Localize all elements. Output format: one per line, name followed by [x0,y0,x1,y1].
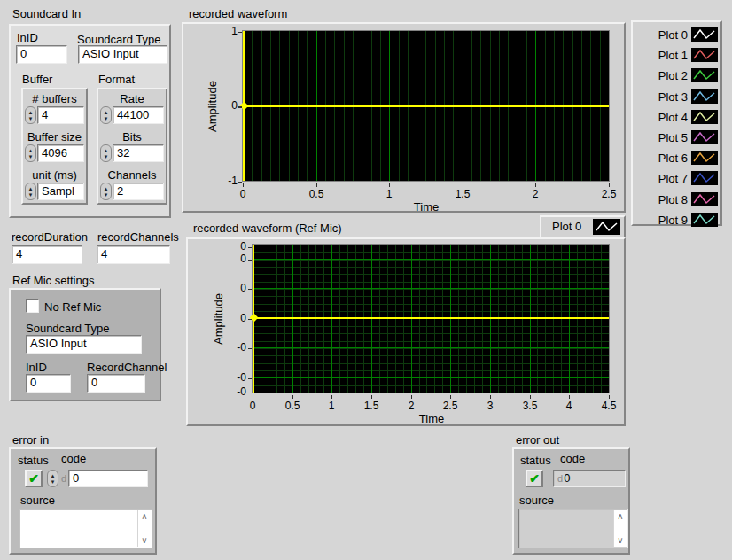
scroll-up-icon[interactable]: ∧ [138,511,151,522]
plot-line-icon [694,113,714,121]
scroll-up-icon[interactable]: ∧ [614,511,627,522]
num-buffers-field[interactable]: 4 [37,106,84,124]
graph2-xtick: 0.5 [275,400,310,412]
legend-item[interactable]: Plot 6 [636,150,720,167]
legend-item[interactable]: Plot 3 [636,89,720,106]
record-channels-label: recordChannels [97,230,179,244]
ref-inid-field[interactable]: 0 [26,374,71,393]
decrement-icon[interactable]: ▾ [105,153,108,159]
legend-swatch[interactable] [691,89,718,104]
graph2-ytick-marks [248,260,252,384]
legend-label: Plot 1 [638,49,688,62]
legend-swatch[interactable] [691,130,718,144]
graph2-legend[interactable]: Plot 0 [540,215,626,238]
unit-label: unit (ms) [23,168,86,182]
channels-label: Channels [98,168,166,182]
graph1-title: recorded waveform [189,7,287,20]
legend-item[interactable]: Plot 8 [636,191,720,209]
record-duration-field[interactable]: 4 [12,245,82,264]
graph1-ytick: 0 [213,99,238,112]
graph2-ytick: 0 [222,253,246,265]
error-in-code-spinner[interactable]: ▴▾ [47,470,58,487]
bits-field[interactable]: 32 [113,144,164,162]
error-out-cluster: status code ✔ d0 source ∧ ∨ [512,447,630,555]
no-ref-mic-checkbox[interactable] [26,299,39,313]
error-in-status-button[interactable]: ✔ [25,470,43,487]
legend-swatch[interactable] [691,192,718,206]
inid-label: InID [17,31,38,44]
graph2-plot-area[interactable] [252,244,610,393]
ref-mic-cluster: No Ref Mic Soundcard Type ASIO Input InI… [9,288,161,401]
buffer-size-spinner[interactable]: ▴▾ [25,144,36,162]
soundcard-type-field[interactable]: ASIO Input [78,45,167,64]
buffer-size-label: Buffer size [23,130,86,144]
channels-spinner[interactable]: ▴▾ [100,183,112,200]
ref-soundcard-type-field[interactable]: ASIO Input [26,335,142,354]
legend-swatch[interactable] [691,110,718,124]
legend-label: Plot 5 [638,131,688,144]
checkmark-icon: ✔ [28,471,39,486]
legend-item[interactable]: Plot 9 [636,212,720,229]
channels-field[interactable]: 2 [113,183,164,200]
unit-field[interactable]: Sampl [37,183,84,200]
increment-icon[interactable]: ▴ [29,109,33,115]
legend-swatch[interactable] [691,27,718,42]
error-in-source-scrollbar[interactable]: ∧ ∨ [137,510,151,547]
scroll-down-icon[interactable]: ∨ [138,535,151,546]
bits-spinner[interactable]: ▴▾ [100,144,112,162]
unit-spinner[interactable]: ▴▾ [25,183,36,200]
legend-item[interactable]: Plot 2 [636,67,720,85]
num-buffers-spinner[interactable]: ▴▾ [25,106,36,124]
plot-line-icon [694,92,714,100]
error-out-code-value: 0 [564,471,570,485]
legend-item[interactable]: Plot 1 [636,47,720,65]
legend-swatch[interactable] [691,68,718,82]
decrement-icon[interactable]: ▾ [29,191,33,198]
error-out-source-scrollbar[interactable]: ∧ ∨ [613,510,627,547]
decrement-icon[interactable]: ▾ [105,115,108,121]
record-channels-field[interactable]: 4 [97,245,170,264]
scroll-down-icon[interactable]: ∨ [614,535,627,546]
decrement-icon[interactable]: ▾ [29,115,33,121]
legend-swatch[interactable] [691,48,718,62]
legend-item[interactable]: Plot 5 [636,129,720,147]
buffer-size-field[interactable]: 4096 [37,144,84,162]
graph1-ytick: 1 [213,25,238,37]
legend-swatch[interactable] [691,171,718,185]
increment-icon[interactable]: ▴ [105,147,108,153]
graph1-xtick: 1.5 [445,188,480,200]
format-title: Format [98,73,135,86]
graph1-xtick: 0.5 [299,188,334,200]
graph2-legend-swatch[interactable] [593,219,620,235]
graph2-xtick: 3 [472,400,508,412]
rate-spinner[interactable]: ▴▾ [100,106,112,124]
graph1-plot-area[interactable] [242,30,610,182]
decrement-icon[interactable]: ▾ [105,191,108,198]
graph1-panel: Amplitude 1 0 -1 0 0.5 1 1.5 2 2.5 Time [182,22,626,213]
error-in-source-box[interactable]: ∧ ∨ [19,509,152,548]
plot-line-icon [694,195,714,203]
graph1-trace [243,105,609,107]
increment-icon[interactable]: ▴ [29,185,33,191]
tick-mark [248,393,252,393]
record-channel-field[interactable]: 0 [87,374,145,393]
increment-icon[interactable]: ▴ [105,185,108,191]
increment-icon[interactable]: ▴ [105,109,108,115]
num-buffers-label: # buffers [23,92,86,105]
soundcard-type-label: Soundcard Type [77,33,160,46]
legend-item[interactable]: Plot 7 [636,170,720,188]
legend-item[interactable]: Plot 0 [636,27,720,44]
graph2-trace [253,317,609,319]
legend-swatch[interactable] [691,151,718,165]
graph2-ytick: 0 [222,312,246,324]
error-out-source-label: source [519,494,554,507]
decrement-icon[interactable]: ▾ [29,153,33,159]
inid-field[interactable]: 0 [16,45,67,64]
rate-field[interactable]: 44100 [113,106,164,124]
increment-icon[interactable]: ▴ [51,472,55,478]
legend-swatch[interactable] [691,213,718,227]
error-in-code-field[interactable]: 0 [68,470,148,487]
decrement-icon[interactable]: ▾ [51,478,55,485]
increment-icon[interactable]: ▴ [29,147,33,153]
legend-item[interactable]: Plot 4 [636,109,720,127]
